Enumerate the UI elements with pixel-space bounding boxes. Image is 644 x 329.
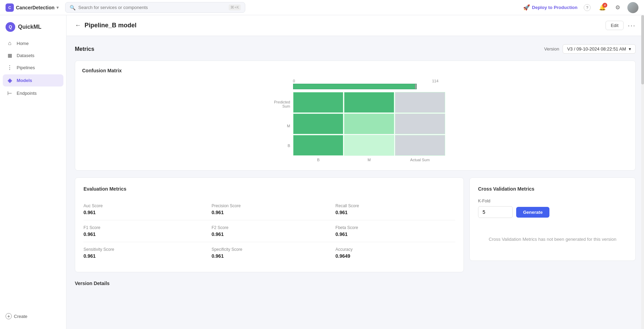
cm-cell	[293, 135, 343, 156]
cv-form: K-Fold Generate	[478, 199, 627, 218]
kfold-label: K-Fold	[478, 199, 627, 203]
metric-label: F2 Score	[212, 225, 327, 230]
search-input[interactable]	[78, 5, 226, 10]
metric-rows: Auc Score 0.961 Precision Score 0.961 Re…	[83, 199, 455, 264]
cm-cell	[395, 113, 445, 134]
sidebar-nav: ⌂ Home ▦ Datasets ⋮ Pipelines ◈ Models ⊢…	[0, 37, 66, 308]
gear-icon: ⚙	[615, 4, 620, 11]
generate-button[interactable]: Generate	[516, 207, 549, 218]
avatar[interactable]	[627, 2, 638, 13]
metric-row: Auc Score 0.961 Precision Score 0.961 Re…	[83, 199, 455, 220]
sidebar-item-home[interactable]: ⌂ Home	[3, 37, 63, 49]
cv-title: Cross Validation Metrics	[478, 186, 627, 192]
metric-label: Accuracy	[335, 247, 451, 252]
sidebar-logo: Q QuickML	[0, 19, 66, 37]
metric-item-f2: F2 Score 0.961	[208, 225, 332, 237]
metric-item-accuracy: Accuracy 0.9649	[331, 247, 455, 259]
app-body: Q QuickML ⌂ Home ▦ Datasets ⋮ Pipelines …	[0, 15, 644, 329]
brand-chevron: ▾	[56, 5, 59, 10]
metric-value: 0.961	[83, 253, 203, 259]
sidebar-item-label: Pipelines	[17, 65, 35, 70]
deploy-button[interactable]: 🚀 Deploy to Production	[523, 4, 577, 11]
metrics-grid: Evaluation Metrics Auc Score 0.961 Preci…	[75, 177, 636, 272]
brand[interactable]: C CancerDetection ▾	[6, 3, 61, 12]
notifications-button[interactable]: 🔔 4	[597, 2, 608, 13]
cm-y-label-predicted: Predicted Sum	[265, 100, 290, 108]
metric-value: 0.961	[212, 253, 327, 259]
cm-cell	[395, 135, 445, 156]
eval-title: Evaluation Metrics	[83, 186, 455, 192]
sidebar-item-pipelines[interactable]: ⋮ Pipelines	[3, 62, 63, 74]
notification-badge: 4	[602, 3, 607, 8]
cross-validation: Cross Validation Metrics K-Fold Generate…	[469, 177, 636, 261]
cm-x-label-m: M	[344, 158, 395, 162]
chevron-down-icon: ▾	[629, 46, 631, 52]
create-button[interactable]: + Create	[6, 310, 61, 322]
more-button[interactable]: ···	[628, 21, 636, 29]
cm-cell	[344, 135, 394, 156]
metric-item-precision: Precision Score 0.961	[208, 203, 332, 215]
navbar-right: 🚀 Deploy to Production ? 🔔 4 ⚙	[523, 2, 638, 13]
scrollbar-thumb[interactable]	[641, 15, 644, 84]
version-details-title: Version Details	[75, 272, 636, 289]
metric-value: 0.961	[83, 231, 203, 237]
cm-top-bar	[293, 84, 439, 89]
home-icon: ⌂	[6, 40, 13, 46]
search-shortcut: ⌘+K	[229, 4, 241, 10]
kfold-input[interactable]	[478, 206, 513, 218]
back-button[interactable]: ←	[75, 22, 81, 29]
cm-grid	[293, 92, 445, 156]
metric-label: Sensitivity Score	[83, 247, 203, 252]
version-dropdown[interactable]: V3 / 09-10-2024 08:22:51 AM ▾	[563, 44, 636, 54]
cm-y-label-b: B	[265, 144, 290, 148]
metric-label: F1 Score	[83, 225, 203, 230]
sidebar-logo-icon: Q	[6, 22, 15, 32]
metric-label: Auc Score	[83, 203, 203, 208]
sidebar-item-label: Datasets	[17, 53, 34, 58]
metric-value: 0.961	[212, 210, 327, 215]
metric-value: 0.961	[83, 210, 203, 215]
confusion-matrix-chart: 0 114 Predicted Sum M B	[265, 79, 445, 162]
settings-button[interactable]: ⚙	[612, 2, 623, 13]
sidebar-item-models[interactable]: ◈ Models	[3, 74, 63, 86]
cv-empty-message: Cross Validation Metrics has not been ge…	[478, 226, 627, 252]
cm-cell	[344, 113, 394, 134]
edit-button[interactable]: Edit	[606, 21, 624, 30]
page-header-left: ← Pipeline_B model	[75, 22, 136, 29]
scrollbar-track[interactable]	[641, 15, 644, 329]
metric-label: Precision Score	[212, 203, 327, 208]
help-button[interactable]: ?	[582, 2, 593, 13]
sidebar-item-endpoints[interactable]: ⊢ Endpoints	[3, 87, 63, 99]
metric-row: Sensitivity Score 0.961 Specificity Scor…	[83, 242, 455, 264]
metric-label: Specificity Score	[212, 247, 327, 252]
brand-name: CancerDetection	[16, 5, 54, 10]
cm-y-label-m: M	[265, 124, 290, 128]
endpoints-icon: ⊢	[6, 90, 13, 97]
evaluation-metrics: Evaluation Metrics Auc Score 0.961 Preci…	[75, 177, 464, 272]
cm-cell	[344, 92, 394, 113]
metric-value: 0.961	[335, 231, 451, 237]
metrics-title: Metrics	[75, 46, 94, 52]
main-content: ← Pipeline_B model Edit ··· Metrics Vers…	[67, 15, 644, 329]
cm-x-labels: B M Actual Sum	[293, 158, 445, 162]
metric-label: Recall Score	[335, 203, 451, 208]
content-area: Metrics Version V3 / 09-10-2024 08:22:51…	[67, 36, 644, 297]
cm-cell	[395, 92, 445, 113]
cm-top-label-left: 0	[293, 79, 295, 83]
cm-cell	[293, 113, 343, 134]
metric-value: 0.961	[212, 231, 327, 237]
sidebar-bottom: + Create	[0, 308, 66, 325]
sidebar-item-datasets[interactable]: ▦ Datasets	[3, 50, 63, 61]
models-icon: ◈	[6, 77, 13, 84]
cm-top-label-right: 114	[432, 79, 438, 83]
metric-item-specificity: Specificity Score 0.961	[208, 247, 332, 259]
metric-item-auc: Auc Score 0.961	[83, 203, 208, 215]
metrics-header: Metrics Version V3 / 09-10-2024 08:22:51…	[75, 44, 636, 54]
search-bar[interactable]: 🔍 ⌘+K	[65, 2, 245, 13]
sidebar-item-label: Home	[17, 41, 29, 46]
page-title: Pipeline_B model	[85, 22, 136, 29]
brand-icon: C	[6, 3, 14, 12]
page-header: ← Pipeline_B model Edit ···	[67, 15, 644, 36]
metric-value: 0.961	[335, 210, 451, 215]
navbar: C CancerDetection ▾ 🔍 ⌘+K 🚀 Deploy to Pr…	[0, 0, 644, 15]
